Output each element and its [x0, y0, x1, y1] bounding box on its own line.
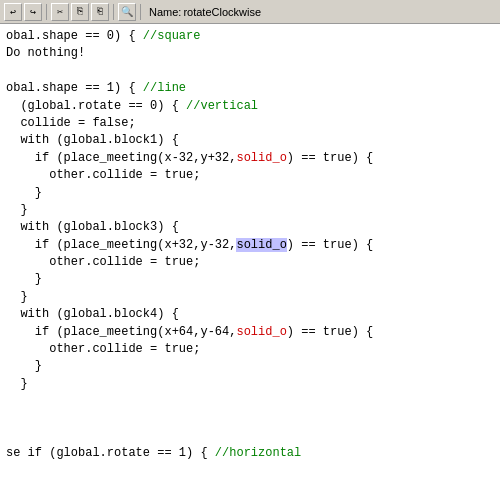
redo-button[interactable]: ↪ [24, 3, 42, 21]
code-line-other-collide: other.collide = true; [6, 167, 494, 184]
find-button[interactable]: 🔍 [118, 3, 136, 21]
code-line: } [6, 185, 494, 202]
separator-2 [113, 4, 114, 20]
code-line: } [6, 289, 494, 306]
name-label: Name: [149, 6, 181, 18]
code-line: } [6, 358, 494, 375]
code-editor[interactable]: obal.shape == 0) { //square Do nothing! … [0, 24, 500, 500]
code-line: } [6, 376, 494, 393]
code-line [6, 63, 494, 80]
code-line: obal.shape == 1) { //line [6, 80, 494, 97]
code-line [6, 411, 494, 428]
paste-button[interactable]: ⎗ [91, 3, 109, 21]
code-line: other.collide = true; [6, 341, 494, 358]
copy-button[interactable]: ⎘ [71, 3, 89, 21]
code-line [6, 428, 494, 445]
code-line-highlight: if (place_meeting(x+32,y-32,solid_o) == … [6, 237, 494, 254]
code-line: (global.rotate == 0) { //vertical [6, 98, 494, 115]
code-line: obal.shape == 0) { //square [6, 28, 494, 45]
code-line: if (place_meeting(x-32,y+32,solid_o) == … [6, 150, 494, 167]
name-value: rotateClockwise [183, 6, 261, 18]
code-line-horizontal: se if (global.rotate == 1) { //horizonta… [6, 445, 494, 462]
code-line: with (global.block4) { [6, 306, 494, 323]
code-line: with (global.block3) { [6, 219, 494, 236]
separator-3 [140, 4, 141, 20]
code-line: other.collide = true; [6, 254, 494, 271]
code-line [6, 393, 494, 410]
cut-button[interactable]: ✂ [51, 3, 69, 21]
code-line: } [6, 271, 494, 288]
undo-button[interactable]: ↩ [4, 3, 22, 21]
toolbar: ↩ ↪ ✂ ⎘ ⎗ 🔍 Name: rotateClockwise [0, 0, 500, 24]
code-line: collide = false; [6, 115, 494, 132]
code-line: } [6, 202, 494, 219]
code-line: with (global.block1) { [6, 132, 494, 149]
code-line: if (place_meeting(x+64,y-64,solid_o) == … [6, 324, 494, 341]
separator-1 [46, 4, 47, 20]
code-line: Do nothing! [6, 45, 494, 62]
